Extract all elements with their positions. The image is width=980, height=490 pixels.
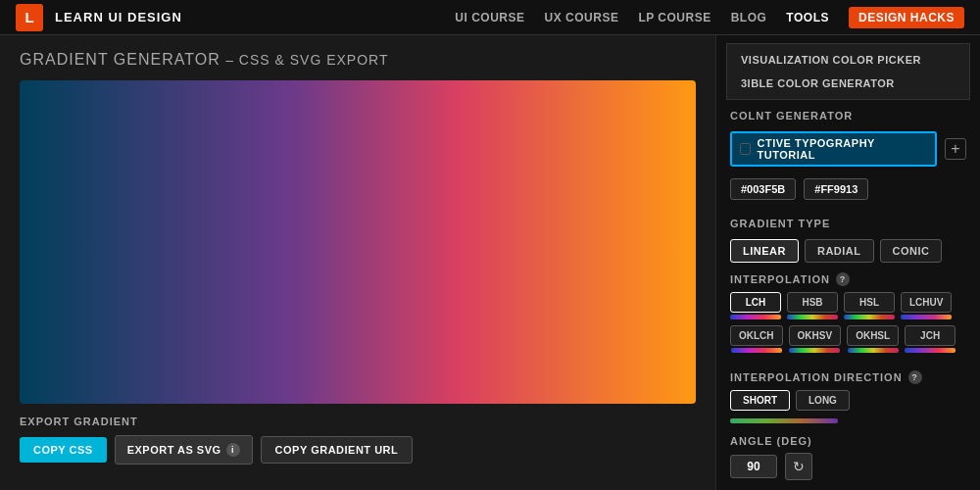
right-panel: VISUALIZATION COLOR PICKER 3IBLE COLOR G…: [715, 35, 980, 490]
color-stop-1[interactable]: #FF9913: [804, 178, 868, 200]
page-title: GRADIENT GENERATOR – CSS & SVG EXPORT: [20, 51, 696, 69]
interp-row-1: LCH HSB HSL LCHUV: [730, 292, 966, 319]
nav-blog[interactable]: BLOG: [731, 11, 767, 24]
type-btn-linear[interactable]: LINEAR: [730, 239, 799, 263]
header: L LEARN UI DESIGN UI COURSE UX COURSE LP…: [0, 0, 980, 35]
gradient-type-label: GRADIENT TYPE: [716, 208, 980, 235]
logo[interactable]: L: [16, 4, 43, 31]
add-color-button[interactable]: +: [945, 138, 966, 160]
interp-btn-lchuv[interactable]: LCHUV: [901, 292, 952, 313]
direction-buttons: SHORT LONG: [730, 390, 966, 411]
interp-btn-okhsv[interactable]: OKHSV: [789, 325, 842, 346]
interp-btn-hsb[interactable]: HSB: [787, 292, 838, 313]
info-icon: i: [226, 443, 240, 457]
color-picker-row: CTIVE TYPOGRAPHY TUTORIAL +: [716, 127, 980, 174]
dir-btn-long[interactable]: LONG: [796, 390, 850, 411]
interp-bar-hsl: [844, 315, 895, 319]
main-nav: UI COURSE UX COURSE LP COURSE BLOG TOOLS…: [455, 7, 964, 28]
interp-okhsv-group: OKHSV: [789, 325, 842, 353]
direction-label-row: INTERPOLATION DIRECTION ?: [730, 370, 966, 384]
angle-rotate-button[interactable]: ↻: [785, 453, 812, 480]
interp-btn-oklch[interactable]: OKLCH: [730, 325, 783, 346]
nav-tools[interactable]: TOOLS: [786, 11, 829, 24]
dir-btn-short[interactable]: SHORT: [730, 390, 790, 411]
nav-design-hacks[interactable]: DESIGN HACKS: [849, 7, 964, 28]
interp-jch-group: JCH: [905, 325, 956, 353]
main-content: GRADIENT GENERATOR – CSS & SVG EXPORT EX…: [0, 35, 980, 490]
direction-gradient-bar: [730, 418, 838, 423]
direction-section: INTERPOLATION DIRECTION ? SHORT LONG: [716, 365, 980, 429]
angle-label: ANGLE (DEG): [730, 435, 966, 447]
copy-url-button[interactable]: COPY GRADIENT URL: [261, 436, 414, 464]
export-buttons: COPY CSS EXPORT AS SVG i COPY GRADIENT U…: [20, 435, 696, 465]
interp-okhsl-group: OKHSL: [847, 325, 899, 353]
interp-lchuv-group: LCHUV: [901, 292, 952, 319]
color-stop-0[interactable]: #003F5B: [730, 178, 796, 200]
interpolation-label-row: INTERPOLATION ?: [730, 272, 966, 286]
interp-btn-okhsl[interactable]: OKHSL: [847, 325, 899, 346]
export-section: EXPORT GRADIENT COPY CSS EXPORT AS SVG i…: [20, 404, 696, 465]
export-svg-button[interactable]: EXPORT AS SVG i: [115, 435, 253, 465]
interp-bar-lch: [730, 315, 781, 319]
angle-input[interactable]: [730, 455, 777, 478]
angle-section: ANGLE (DEG) ↻: [716, 429, 980, 490]
nav-ux-course[interactable]: UX COURSE: [545, 11, 619, 24]
interp-oklch-group: OKLCH: [730, 325, 783, 353]
interp-bar-okhsv: [789, 348, 840, 353]
nav-ui-course[interactable]: UI COURSE: [455, 11, 524, 24]
interp-bar-okhsl: [848, 348, 899, 353]
color-hex-label: CTIVE TYPOGRAPHY TUTORIAL: [757, 137, 927, 161]
interp-row-2: OKLCH OKHSV OKHSL JCH: [730, 325, 966, 353]
interp-hsl-group: HSL: [844, 292, 895, 319]
dropdown-menu: VISUALIZATION COLOR PICKER 3IBLE COLOR G…: [726, 43, 970, 100]
color-stops-row: #003F5B #FF9913: [716, 174, 980, 208]
interp-lch-group: LCH: [730, 292, 781, 319]
colnt-generator-label: COLNT GENERATOR: [716, 100, 980, 127]
interpolation-section: INTERPOLATION ? LCH HSB HSL LCHUV: [716, 272, 980, 365]
type-btn-conic[interactable]: CONIC: [880, 239, 943, 263]
interp-bar-lchuv: [901, 315, 952, 319]
export-label: EXPORT GRADIENT: [20, 416, 696, 427]
copy-css-button[interactable]: COPY CSS: [20, 437, 107, 463]
interpolation-help-icon[interactable]: ?: [836, 272, 850, 286]
interp-bar-oklch: [731, 348, 782, 353]
color-input-box[interactable]: CTIVE TYPOGRAPHY TUTORIAL: [730, 131, 937, 167]
dropdown-item-0[interactable]: VISUALIZATION COLOR PICKER: [727, 48, 969, 72]
site-title: LEARN UI DESIGN: [55, 10, 182, 24]
left-panel: GRADIENT GENERATOR – CSS & SVG EXPORT EX…: [0, 35, 715, 490]
interp-btn-jch[interactable]: JCH: [905, 325, 956, 346]
type-btn-radial[interactable]: RADIAL: [805, 239, 874, 263]
interp-hsb-group: HSB: [787, 292, 838, 319]
interp-btn-lch[interactable]: LCH: [730, 292, 781, 313]
color-swatch: [740, 143, 751, 155]
angle-input-row: ↻: [730, 453, 966, 480]
interp-btn-hsl[interactable]: HSL: [844, 292, 895, 313]
nav-lp-course[interactable]: LP COURSE: [638, 11, 710, 24]
direction-help-icon[interactable]: ?: [908, 370, 922, 384]
interp-bar-hsb: [787, 315, 838, 319]
dropdown-item-1[interactable]: 3IBLE COLOR GENERATOR: [727, 72, 969, 95]
gradient-type-buttons: LINEAR RADIAL CONIC: [716, 235, 980, 272]
interp-bar-jch: [905, 348, 956, 353]
gradient-preview: [20, 80, 696, 404]
